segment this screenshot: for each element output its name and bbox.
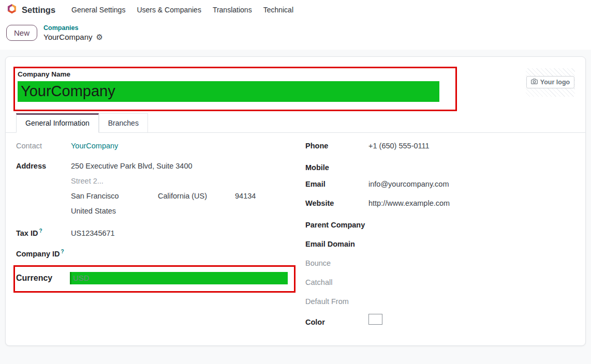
company-name-input[interactable]: YourCompany [18, 81, 439, 102]
field-row-company-id: Company ID? [16, 247, 294, 259]
field-row-default-from: Default From [305, 295, 575, 307]
nav-item-users-companies[interactable]: Users & Companies [131, 0, 207, 20]
website-input[interactable]: http://www.example.com [368, 199, 575, 208]
city-state-zip-line: San Francisco California (US) 94134 [71, 191, 294, 202]
notebook-tabs: General Information Branches [6, 113, 585, 133]
navbar: Settings General Settings Users & Compan… [0, 0, 591, 20]
contact-label: Contact [16, 142, 71, 150]
title-row: Company Name YourCompany Your logo [16, 65, 575, 111]
field-row-bounce: Bounce [305, 256, 575, 268]
company-name-label: Company Name [18, 70, 455, 78]
control-panel: New Companies YourCompany ⚙ [0, 20, 591, 50]
company-logo-placeholder: Your logo [526, 68, 575, 97]
right-column: Phone +1 (650) 555-0111 Mobile Email inf… [294, 142, 575, 333]
street2-input[interactable]: Street 2... [71, 176, 294, 187]
left-column: Contact YourCompany Address 250 Executiv… [16, 142, 294, 333]
field-row-phone: Phone +1 (650) 555-0111 [305, 142, 575, 154]
field-row-tax-id: Tax ID? US12345671 [16, 228, 294, 240]
nav-item-technical[interactable]: Technical [258, 0, 299, 20]
email-input[interactable]: info@yourcompany.com [368, 180, 575, 189]
field-row-email-domain: Email Domain [305, 237, 575, 249]
currency-input[interactable]: USD [70, 272, 288, 284]
address-label: Address [16, 162, 71, 170]
field-row-mobile: Mobile [305, 161, 575, 173]
field-row-contact: Contact YourCompany [16, 142, 294, 154]
email-domain-label: Email Domain [305, 240, 368, 248]
color-label: Color [305, 318, 368, 326]
field-row-parent-company: Parent Company [305, 218, 575, 230]
nav-item-translations[interactable]: Translations [207, 0, 258, 20]
street-input[interactable]: 250 Executive Park Blvd, Suite 3400 [71, 161, 294, 172]
annotation-box-currency: Currency USD [13, 265, 296, 293]
bounce-label: Bounce [305, 259, 368, 267]
field-row-address: Address 250 Executive Park Blvd, Suite 3… [16, 161, 294, 221]
currency-label: Currency [16, 274, 70, 283]
catchall-input[interactable] [368, 276, 575, 285]
your-logo-button[interactable]: Your logo [526, 76, 574, 88]
field-row-website: Website http://www.example.com [305, 199, 575, 211]
address-block: 250 Executive Park Blvd, Suite 3400 Stre… [71, 161, 294, 221]
tab-general-information[interactable]: General Information [16, 113, 99, 133]
field-row-catchall: Catchall [305, 276, 575, 287]
default-from-input[interactable] [368, 295, 575, 304]
breadcrumb-current-label: YourCompany [43, 32, 93, 42]
camera-icon [531, 79, 538, 86]
odoo-logo-icon [6, 3, 18, 17]
parent-company-label: Parent Company [305, 221, 368, 229]
your-logo-button-label: Your logo [540, 79, 570, 86]
zip-input[interactable]: 94134 [235, 191, 256, 202]
tax-id-input[interactable]: US12345671 [71, 229, 294, 238]
state-select[interactable]: California (US) [158, 191, 235, 202]
gear-icon[interactable]: ⚙ [96, 32, 103, 42]
general-information-panel: Contact YourCompany Address 250 Executiv… [16, 133, 575, 333]
company-id-label: Company ID? [16, 249, 71, 258]
tax-id-help-icon[interactable]: ? [39, 228, 42, 234]
phone-label: Phone [305, 142, 368, 150]
mobile-label: Mobile [305, 163, 368, 172]
new-button[interactable]: New [6, 25, 37, 41]
mobile-input[interactable] [368, 161, 575, 170]
field-row-email: Email info@yourcompany.com [305, 180, 575, 192]
tab-branches[interactable]: Branches [99, 113, 148, 132]
color-picker-swatch[interactable] [368, 314, 382, 325]
parent-company-input[interactable] [368, 218, 575, 228]
app-menu-toggle[interactable]: Settings [6, 3, 55, 17]
content-zone: Company Name YourCompany Your logo Gener… [0, 50, 591, 364]
nav-item-general-settings[interactable]: General Settings [66, 0, 131, 20]
app-name: Settings [22, 5, 55, 15]
country-select[interactable]: United States [71, 206, 294, 217]
phone-input[interactable]: +1 (650) 555-0111 [368, 142, 575, 151]
website-label: Website [305, 199, 368, 207]
annotation-box-company-name: Company Name YourCompany [13, 67, 457, 111]
default-from-label: Default From [305, 297, 368, 306]
company-id-input[interactable] [71, 247, 294, 256]
email-domain-input[interactable] [368, 237, 575, 247]
header-zone: Settings General Settings Users & Compan… [0, 0, 591, 50]
breadcrumb: Companies YourCompany ⚙ [43, 24, 103, 42]
contact-link[interactable]: YourCompany [71, 142, 294, 151]
bounce-input[interactable] [368, 256, 575, 266]
breadcrumb-current: YourCompany ⚙ [43, 32, 103, 42]
company-id-help-icon[interactable]: ? [61, 249, 64, 254]
city-input[interactable]: San Francisco [71, 191, 158, 202]
company-form-sheet: Company Name YourCompany Your logo Gener… [5, 56, 586, 346]
catchall-label: Catchall [305, 278, 368, 286]
breadcrumb-companies-link[interactable]: Companies [43, 24, 103, 32]
email-label: Email [305, 180, 368, 188]
tax-id-label: Tax ID? [16, 228, 71, 237]
field-row-color: Color [305, 314, 575, 326]
